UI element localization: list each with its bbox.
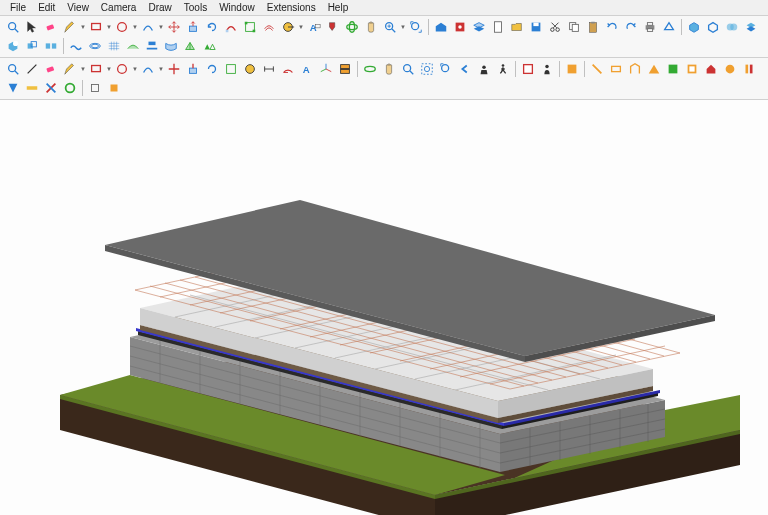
ext7-icon[interactable] — [702, 60, 720, 78]
dropdown-icon[interactable]: ▼ — [158, 66, 164, 72]
layers-icon[interactable] — [470, 18, 488, 36]
zoom-extents-icon[interactable] — [407, 18, 425, 36]
component-icon[interactable] — [519, 60, 537, 78]
open-icon[interactable] — [508, 18, 526, 36]
menu-tools[interactable]: Tools — [178, 2, 213, 13]
dropdown-icon[interactable]: ▼ — [106, 24, 112, 30]
person-icon[interactable] — [538, 60, 556, 78]
menu-extensions[interactable]: Extensions — [261, 2, 322, 13]
ext5-icon[interactable] — [664, 60, 682, 78]
sandbox-drape-icon[interactable] — [162, 37, 180, 55]
sandbox-scratch-icon[interactable] — [105, 37, 123, 55]
previous-icon[interactable] — [456, 60, 474, 78]
style-icon[interactable] — [563, 60, 581, 78]
protractor-icon[interactable] — [279, 60, 297, 78]
sandbox-icon[interactable] — [67, 37, 85, 55]
dropdown-icon[interactable]: ▼ — [298, 24, 304, 30]
text2-icon[interactable]: A — [298, 60, 316, 78]
scale2-icon[interactable] — [222, 60, 240, 78]
new-icon[interactable] — [489, 18, 507, 36]
walk-icon[interactable] — [494, 60, 512, 78]
rectangle-icon[interactable] — [87, 18, 105, 36]
menu-help[interactable]: Help — [322, 2, 355, 13]
move-icon[interactable] — [165, 18, 183, 36]
ext12-icon[interactable] — [42, 79, 60, 97]
cursor-icon[interactable] — [23, 18, 41, 36]
pencil2-icon[interactable] — [61, 60, 79, 78]
undo-icon[interactable] — [603, 18, 621, 36]
dropdown-icon[interactable]: ▼ — [158, 24, 164, 30]
sandbox-stamp-icon[interactable] — [143, 37, 161, 55]
zoom-icon[interactable] — [381, 18, 399, 36]
menu-edit[interactable]: Edit — [32, 2, 61, 13]
menu-view[interactable]: View — [61, 2, 95, 13]
print-icon[interactable] — [641, 18, 659, 36]
ext13-icon[interactable] — [61, 79, 79, 97]
pan2-icon[interactable] — [380, 60, 398, 78]
tape2-icon[interactable] — [241, 60, 259, 78]
arc-icon[interactable] — [139, 18, 157, 36]
outer-shell-icon[interactable] — [704, 18, 722, 36]
offset-icon[interactable] — [260, 18, 278, 36]
line-icon[interactable] — [23, 60, 41, 78]
dropdown-icon[interactable]: ▼ — [80, 66, 86, 72]
zoom2-icon[interactable] — [399, 60, 417, 78]
ext14-icon[interactable] — [86, 79, 104, 97]
dropdown-icon[interactable]: ▼ — [132, 66, 138, 72]
trim-icon[interactable] — [23, 37, 41, 55]
eraser-icon[interactable] — [42, 18, 60, 36]
pushpull2-icon[interactable] — [184, 60, 202, 78]
move2-icon[interactable] — [165, 60, 183, 78]
ext3-icon[interactable] — [626, 60, 644, 78]
ext10-icon[interactable] — [4, 79, 22, 97]
ext11-icon[interactable] — [23, 79, 41, 97]
scale-icon[interactable] — [241, 18, 259, 36]
axes-icon[interactable] — [317, 60, 335, 78]
dropdown-icon[interactable]: ▼ — [80, 24, 86, 30]
zoom-window-icon[interactable] — [418, 60, 436, 78]
menu-draw[interactable]: Draw — [142, 2, 177, 13]
save-icon[interactable] — [527, 18, 545, 36]
copy-icon[interactable] — [565, 18, 583, 36]
paint-icon[interactable] — [324, 18, 342, 36]
viewport-3d[interactable] — [0, 100, 768, 515]
circle-icon[interactable] — [113, 18, 131, 36]
sandbox-detail-icon[interactable] — [181, 37, 199, 55]
sandbox-contour-icon[interactable] — [86, 37, 104, 55]
orbit2-icon[interactable] — [361, 60, 379, 78]
cut-icon[interactable] — [546, 18, 564, 36]
ext2-icon[interactable] — [607, 60, 625, 78]
select-icon[interactable] — [4, 60, 22, 78]
ext4-icon[interactable] — [645, 60, 663, 78]
redo-icon[interactable] — [622, 18, 640, 36]
ext6-icon[interactable] — [683, 60, 701, 78]
dimension-icon[interactable] — [260, 60, 278, 78]
ext8-icon[interactable] — [721, 60, 739, 78]
dropdown-icon[interactable]: ▼ — [400, 24, 406, 30]
sandbox-flip-icon[interactable] — [200, 37, 218, 55]
dropdown-icon[interactable]: ▼ — [132, 24, 138, 30]
sandbox-smoove-icon[interactable] — [124, 37, 142, 55]
zoom-extents2-icon[interactable] — [437, 60, 455, 78]
subtract-icon[interactable] — [4, 37, 22, 55]
menu-camera[interactable]: Camera — [95, 2, 143, 13]
menu-window[interactable]: Window — [213, 2, 261, 13]
extension-icon[interactable] — [451, 18, 469, 36]
tape-icon[interactable] — [279, 18, 297, 36]
ext15-icon[interactable] — [105, 79, 123, 97]
warehouse-icon[interactable] — [432, 18, 450, 36]
paste-icon[interactable] — [584, 18, 602, 36]
section-icon[interactable] — [336, 60, 354, 78]
intersect-icon[interactable] — [723, 18, 741, 36]
pan-icon[interactable] — [362, 18, 380, 36]
followme-icon[interactable] — [222, 18, 240, 36]
solid-tool-icon[interactable] — [685, 18, 703, 36]
eraser2-icon[interactable] — [42, 60, 60, 78]
rect2-icon[interactable] — [87, 60, 105, 78]
pushpull-icon[interactable] — [184, 18, 202, 36]
model-info-icon[interactable] — [660, 18, 678, 36]
pencil-icon[interactable] — [61, 18, 79, 36]
arc2-icon[interactable] — [139, 60, 157, 78]
rotate2-icon[interactable] — [203, 60, 221, 78]
circle2-icon[interactable] — [113, 60, 131, 78]
